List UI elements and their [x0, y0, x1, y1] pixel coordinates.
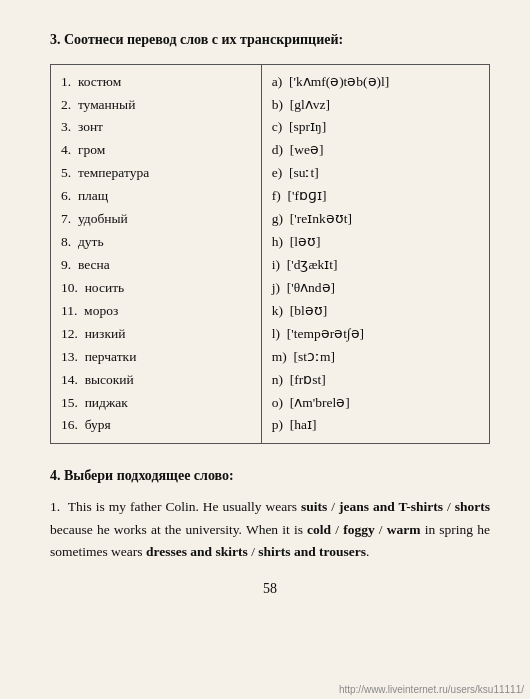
list-item: 16. буря	[61, 414, 251, 437]
list-item: k) [bləʊ]	[272, 300, 479, 323]
text-period: .	[366, 544, 369, 559]
section4-content: 1. This is my father Colin. He usually w…	[50, 496, 490, 563]
list-item: n) [frɒst]	[272, 369, 479, 392]
word-cold: cold	[307, 522, 331, 537]
word-foggy: foggy	[343, 522, 375, 537]
list-item: 11. мороз	[61, 300, 251, 323]
list-item: 9. весна	[61, 254, 251, 277]
footer-url: http://www.liveinternet.ru/users/ksu1111…	[339, 684, 524, 695]
word-warm: warm	[387, 522, 421, 537]
list-item: 12. низкий	[61, 323, 251, 346]
list-item: d) [weə]	[272, 139, 479, 162]
text-intro: 1. This is my father Colin. He usually w…	[50, 499, 301, 514]
list-item: l) ['tempərət∫ə]	[272, 323, 479, 346]
slash2: /	[443, 499, 455, 514]
list-item: 3. зонт	[61, 116, 251, 139]
list-item: 5. температура	[61, 162, 251, 185]
words-column: 1. костюм 2. туманный 3. зонт 4. гром 5.…	[51, 64, 262, 444]
footer-url-text: http://www.liveinternet.ru/users/ksu1111…	[339, 684, 524, 695]
slash5: /	[248, 544, 259, 559]
list-item: 13. перчатки	[61, 346, 251, 369]
transcriptions-column: a) ['kʌmf(ə)təb(ə)l] b) [glʌvz] c) [sprɪ…	[261, 64, 489, 444]
list-item: 14. высокий	[61, 369, 251, 392]
slash1: /	[327, 499, 339, 514]
word-shorts: shorts	[455, 499, 490, 514]
list-item: 8. дуть	[61, 231, 251, 254]
list-item: b) [glʌvz]	[272, 94, 479, 117]
list-item: 15. пиджак	[61, 392, 251, 415]
list-item: 7. удобный	[61, 208, 251, 231]
section4-title-text: 4. Выбери подходящее слово:	[50, 468, 234, 483]
list-item: p) [haɪ]	[272, 414, 479, 437]
page-number-text: 58	[263, 581, 277, 596]
list-item: 1. костюм	[61, 71, 251, 94]
word-list: 1. костюм 2. туманный 3. зонт 4. гром 5.…	[61, 71, 251, 438]
list-item: j) ['θʌndə]	[272, 277, 479, 300]
section4-title: 4. Выбери подходящее слово:	[50, 468, 490, 484]
page-number: 58	[50, 581, 490, 597]
list-item: h) [ləʊ]	[272, 231, 479, 254]
match-table: 1. костюм 2. туманный 3. зонт 4. гром 5.…	[50, 64, 490, 445]
list-item: g) ['reɪnkəʊt]	[272, 208, 479, 231]
page: 3. Соотнеси перевод слов с их транскрипц…	[0, 0, 530, 699]
list-item: 10. носить	[61, 277, 251, 300]
list-item: 6. плащ	[61, 185, 251, 208]
word-dresses-skirts: dresses and skirts	[146, 544, 248, 559]
slash3: /	[331, 522, 343, 537]
list-item: c) [sprɪŋ]	[272, 116, 479, 139]
text-because: because he works at the university. When…	[50, 522, 307, 537]
word-shirts-trousers: shirts and trousers	[258, 544, 366, 559]
section3-title-text: 3. Соотнеси перевод слов с их транскрипц…	[50, 32, 343, 47]
list-item: f) ['fɒɡɪ]	[272, 185, 479, 208]
word-jeans-tshirts: jeans and T-shirts	[339, 499, 443, 514]
transcription-list: a) ['kʌmf(ə)təb(ə)l] b) [glʌvz] c) [sprɪ…	[272, 71, 479, 438]
list-item: e) [suːt]	[272, 162, 479, 185]
list-item: a) ['kʌmf(ə)təb(ə)l]	[272, 71, 479, 94]
list-item: 4. гром	[61, 139, 251, 162]
section3-title: 3. Соотнеси перевод слов с их транскрипц…	[50, 30, 490, 50]
list-item: o) [ʌm'brelə]	[272, 392, 479, 415]
word-suits: suits	[301, 499, 327, 514]
list-item: m) [stɔːm]	[272, 346, 479, 369]
list-item: 2. туманный	[61, 94, 251, 117]
slash4: /	[375, 522, 387, 537]
list-item: i) ['dʒækɪt]	[272, 254, 479, 277]
